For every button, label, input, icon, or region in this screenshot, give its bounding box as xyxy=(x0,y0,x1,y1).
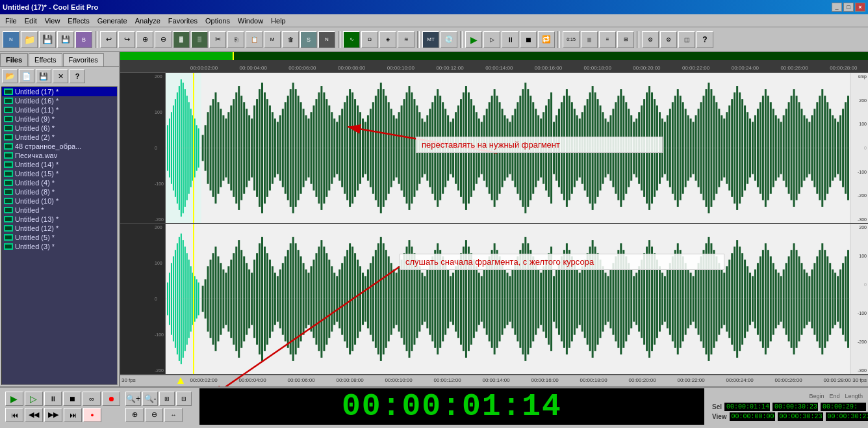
sb-close-btn[interactable]: ✕ xyxy=(53,69,68,83)
tb-settings1[interactable]: ⚙ xyxy=(642,31,659,48)
track-1-waveform[interactable] xyxy=(166,73,850,223)
tb-pause[interactable]: ⏸ xyxy=(502,31,518,48)
tb-snap[interactable]: ⊞ xyxy=(617,31,634,48)
file-item-0[interactable]: Untitled (17) * xyxy=(2,87,117,96)
btn-ffw[interactable]: ⏭ xyxy=(64,408,82,422)
menu-options[interactable]: Options xyxy=(201,16,234,26)
maximize-button[interactable]: □ xyxy=(843,3,854,12)
btn-zoom-fit[interactable]: ↔ xyxy=(164,408,183,422)
tb-cd[interactable]: 💿 xyxy=(440,31,457,48)
file-item-2[interactable]: Untitled (11) * xyxy=(2,105,117,114)
btn-next[interactable]: ▶▶ xyxy=(44,408,62,422)
btn-pause[interactable]: ⏸ xyxy=(44,392,62,406)
tb-redo[interactable]: ↪ xyxy=(118,31,135,48)
file-item-14[interactable]: Untitled (13) * xyxy=(2,215,117,224)
file-item-13[interactable]: Untitled * xyxy=(2,206,117,215)
sb-open-btn[interactable]: 📂 xyxy=(2,69,18,83)
tab-files[interactable]: Files xyxy=(0,53,28,66)
btn-rew[interactable]: ⏮ xyxy=(5,408,23,422)
tb-phase[interactable]: ◈ xyxy=(379,31,396,48)
track-2-waveform[interactable] xyxy=(166,224,850,374)
tab-favorites[interactable]: Favorites xyxy=(63,53,104,66)
tb-playfrom[interactable]: ▷ xyxy=(483,31,500,48)
file-item-10[interactable]: Untitled (4) * xyxy=(2,178,117,187)
btn-zoom-in[interactable]: 🔍+ xyxy=(125,392,141,406)
tab-effects[interactable]: Effects xyxy=(29,53,62,66)
file-item-3[interactable]: Untitled (9) * xyxy=(2,114,117,124)
menu-analyze[interactable]: Analyze xyxy=(131,16,164,26)
file-item-16[interactable]: Untitled (5) * xyxy=(2,233,117,242)
btn-loop[interactable]: ∞ xyxy=(83,392,101,406)
tb-select[interactable]: S xyxy=(300,31,317,48)
tb-save[interactable]: 💾 xyxy=(39,31,56,48)
tb-monitor[interactable]: ◫ xyxy=(678,31,695,48)
tb-open[interactable]: 📁 xyxy=(21,31,38,48)
btn-prev[interactable]: ◀◀ xyxy=(25,408,43,422)
tb-save2[interactable]: 💾 xyxy=(57,31,74,48)
tb-settings2[interactable]: ⚙ xyxy=(660,31,677,48)
file-label-12: Untitled (10) * xyxy=(15,197,58,205)
minimize-button[interactable]: _ xyxy=(832,3,842,12)
file-item-1[interactable]: Untitled (16) * xyxy=(2,96,117,105)
overview-bar[interactable] xyxy=(120,52,868,60)
tb-copy[interactable]: ⎘ xyxy=(227,31,244,48)
tb-bars[interactable]: ||| xyxy=(581,31,598,48)
btn-zoom-out2[interactable]: ⊖ xyxy=(145,408,163,422)
tb-wave1[interactable]: ▓ xyxy=(173,31,190,48)
btn-play-cursor[interactable]: ▶ xyxy=(5,392,23,406)
menu-generate[interactable]: Generate xyxy=(94,16,131,26)
file-item-8[interactable]: Untitled (14) * xyxy=(2,160,117,169)
tb-stop[interactable]: ⏹ xyxy=(520,31,537,48)
tb-waveform[interactable]: ∿ xyxy=(343,31,360,48)
tb-undo[interactable]: ↩ xyxy=(100,31,117,48)
filelist[interactable]: Untitled (17) *Untitled (16) *Untitled (… xyxy=(1,87,118,385)
btn-record[interactable]: ⏺ xyxy=(102,392,120,406)
file-item-9[interactable]: Untitled (15) * xyxy=(2,169,117,178)
btn-zoom-full[interactable]: ⊟ xyxy=(176,392,192,406)
tb-multitrack[interactable]: MT xyxy=(422,31,439,48)
sb-save-btn[interactable]: 💾 xyxy=(36,69,51,83)
file-item-6[interactable]: 48 странное_обра... xyxy=(2,142,117,151)
menu-favorites[interactable]: Favorites xyxy=(164,16,201,26)
tb-play[interactable]: ▶ xyxy=(465,31,482,48)
file-item-12[interactable]: Untitled (10) * xyxy=(2,196,117,206)
close-button[interactable]: × xyxy=(855,3,865,12)
menu-file[interactable]: File xyxy=(1,16,21,26)
file-item-5[interactable]: Untitled (2) * xyxy=(2,133,117,142)
tb-freq[interactable]: ≋ xyxy=(398,31,415,48)
btn-play-start[interactable]: ▷ xyxy=(25,392,43,406)
tb-wave2[interactable]: ▒ xyxy=(191,31,208,48)
sb-new-btn[interactable]: 📄 xyxy=(19,69,34,83)
titlebar-controls[interactable]: _ □ × xyxy=(832,3,865,12)
menu-help[interactable]: Help xyxy=(267,16,290,26)
tb-zoomout[interactable]: ⊖ xyxy=(155,31,172,48)
file-item-7[interactable]: Песичка.wav xyxy=(2,151,117,160)
sb-help-btn[interactable]: ? xyxy=(70,69,85,83)
file-item-15[interactable]: Untitled (12) * xyxy=(2,224,117,233)
menu-view[interactable]: View xyxy=(41,16,64,26)
tb-mix[interactable]: M xyxy=(264,31,281,48)
btn-record2[interactable]: ● xyxy=(83,408,101,422)
btn-stop[interactable]: ⏹ xyxy=(63,392,81,406)
tb-new[interactable]: N xyxy=(3,31,19,48)
tb-spectrum[interactable]: Ω xyxy=(361,31,378,48)
tb-batch[interactable]: B xyxy=(75,31,92,48)
tb-time-disp[interactable]: 0:15 xyxy=(563,31,580,48)
btn-zoom-sel[interactable]: ⊞ xyxy=(159,392,175,406)
file-item-17[interactable]: Untitled (3) * xyxy=(2,242,117,251)
tb-noise[interactable]: N xyxy=(318,31,335,48)
tb-help[interactable]: ? xyxy=(696,31,713,48)
file-item-11[interactable]: Untitled (8) * xyxy=(2,187,117,196)
tb-zoomin[interactable]: ⊕ xyxy=(136,31,153,48)
file-item-4[interactable]: Untitled (6) * xyxy=(2,124,117,133)
tb-cut[interactable]: ✂ xyxy=(209,31,226,48)
tb-loop[interactable]: 🔁 xyxy=(538,31,555,48)
tb-paste[interactable]: 📋 xyxy=(246,31,262,48)
menu-window[interactable]: Window xyxy=(234,16,267,26)
menu-edit[interactable]: Edit xyxy=(21,16,41,26)
tb-delete[interactable]: 🗑 xyxy=(282,31,299,48)
btn-zoom-out[interactable]: 🔍- xyxy=(142,392,158,406)
menu-effects[interactable]: Effects xyxy=(64,16,93,26)
tb-bars2[interactable]: ≡ xyxy=(599,31,616,48)
btn-zoom-in2[interactable]: ⊕ xyxy=(125,408,144,422)
